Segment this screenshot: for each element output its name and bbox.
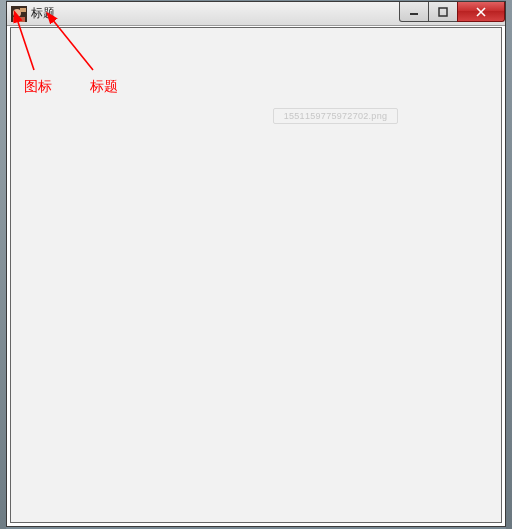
- client-area: 1551159775972702.png: [10, 27, 502, 523]
- window-controls: [400, 2, 505, 22]
- svg-rect-3: [20, 8, 26, 12]
- minimize-button[interactable]: [399, 2, 429, 22]
- maximize-button[interactable]: [428, 2, 458, 22]
- titlebar[interactable]: 标题: [7, 2, 505, 26]
- annotation-icon-label: 图标: [24, 78, 52, 96]
- svg-rect-5: [439, 8, 447, 16]
- svg-point-1: [13, 9, 21, 17]
- app-icon: [11, 6, 27, 22]
- window-title: 标题: [31, 5, 55, 22]
- app-window: 标题 1551159775972702.png: [6, 1, 506, 527]
- desktop-right-strip: [506, 0, 512, 529]
- annotation-title-label: 标题: [90, 78, 118, 96]
- svg-rect-4: [410, 13, 418, 15]
- svg-rect-2: [13, 17, 25, 22]
- close-button[interactable]: [457, 2, 505, 22]
- watermark-text: 1551159775972702.png: [273, 108, 398, 124]
